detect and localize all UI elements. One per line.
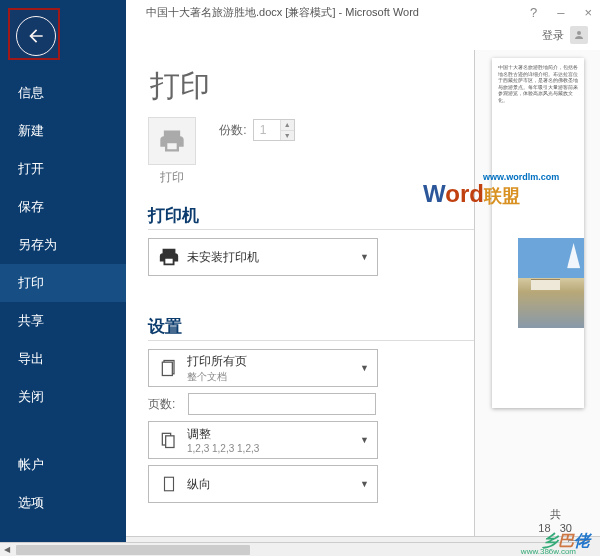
sidebar-item-save[interactable]: 保存 <box>0 188 126 226</box>
login-label: 登录 <box>542 28 564 43</box>
sidebar-item-account[interactable]: 帐户 <box>0 446 126 484</box>
pages-label: 页数: <box>148 396 188 413</box>
avatar-icon <box>570 26 588 44</box>
login-area[interactable]: 登录 <box>542 26 588 44</box>
copies-label: 份数: <box>219 122 246 139</box>
close-icon[interactable]: × <box>580 5 596 20</box>
brand-url: www.386w.com <box>521 547 576 556</box>
sidebar: 信息 新建 打开 保存 另存为 打印 共享 导出 关闭 帐户 选项 <box>0 0 126 556</box>
preview-pane: 中国十大著名旅游胜地简介，包括各地名胜古迹的详细介绍。布达拉宫位于西藏拉萨市区，… <box>474 50 600 556</box>
preview-text: 中国十大著名旅游胜地简介，包括各地名胜古迹的详细介绍。布达拉宫位于西藏拉萨市区，… <box>492 58 584 105</box>
printer-icon <box>157 246 181 268</box>
chevron-down-icon: ▼ <box>360 435 369 445</box>
svg-point-0 <box>577 31 581 35</box>
horizontal-scrollbar[interactable]: ◀ <box>0 542 586 556</box>
scope-sub: 整个文档 <box>187 370 360 384</box>
sidebar-item-share[interactable]: 共享 <box>0 302 126 340</box>
window-title: 中国十大著名旅游胜地.docx [兼容模式] - Microsoft Word <box>130 5 526 20</box>
scroll-left-icon[interactable]: ◀ <box>0 543 14 557</box>
svg-rect-2 <box>162 362 172 375</box>
sidebar-item-saveas[interactable]: 另存为 <box>0 226 126 264</box>
chevron-down-icon: ▼ <box>360 479 369 489</box>
sidebar-item-info[interactable]: 信息 <box>0 74 126 112</box>
collate-title: 调整 <box>187 426 360 443</box>
page-counter: 共 18 30 <box>538 507 572 534</box>
pages-input[interactable] <box>188 393 376 415</box>
chevron-down-icon: ▼ <box>360 252 369 262</box>
preview-image <box>518 238 584 328</box>
spinner-up-icon[interactable]: ▲ <box>280 120 294 131</box>
preview-page: 中国十大著名旅游胜地简介，包括各地名胜古迹的详细介绍。布达拉宫位于西藏拉萨市区，… <box>492 58 584 408</box>
print-button[interactable] <box>148 117 196 165</box>
orientation-title: 纵向 <box>187 476 360 493</box>
copies-value: 1 <box>254 120 280 140</box>
svg-rect-5 <box>165 477 174 491</box>
sidebar-item-print[interactable]: 打印 <box>0 264 126 302</box>
chevron-down-icon: ▼ <box>360 363 369 373</box>
print-scope-select[interactable]: 打印所有页 整个文档 ▼ <box>148 349 378 387</box>
sidebar-item-new[interactable]: 新建 <box>0 112 126 150</box>
title-bar: 中国十大著名旅游胜地.docx [兼容模式] - Microsoft Word … <box>126 0 600 24</box>
scroll-thumb[interactable] <box>16 545 250 555</box>
highlight-box <box>8 8 60 60</box>
collate-icon <box>157 430 181 450</box>
scope-title: 打印所有页 <box>187 353 360 370</box>
copies-spinner[interactable]: 1 ▲ ▼ <box>253 119 295 141</box>
printer-icon <box>158 127 186 155</box>
help-icon[interactable]: ? <box>526 5 541 20</box>
print-button-label: 打印 <box>148 169 196 186</box>
pages-icon <box>157 358 181 378</box>
sidebar-item-open[interactable]: 打开 <box>0 150 126 188</box>
collate-sub: 1,2,3 1,2,3 1,2,3 <box>187 443 360 454</box>
printer-name: 未安装打印机 <box>187 249 360 266</box>
orientation-select[interactable]: 纵向 ▼ <box>148 465 378 503</box>
spinner-down-icon[interactable]: ▼ <box>280 131 294 141</box>
collate-select[interactable]: 调整 1,2,3 1,2,3 1,2,3 ▼ <box>148 421 378 459</box>
sidebar-item-options[interactable]: 选项 <box>0 484 126 522</box>
printer-select[interactable]: 未安装打印机 ▼ <box>148 238 378 276</box>
minimize-icon[interactable]: – <box>553 5 568 20</box>
sidebar-item-close[interactable]: 关闭 <box>0 378 126 416</box>
portrait-icon <box>157 474 181 494</box>
sidebar-item-export[interactable]: 导出 <box>0 340 126 378</box>
svg-rect-4 <box>166 436 174 448</box>
